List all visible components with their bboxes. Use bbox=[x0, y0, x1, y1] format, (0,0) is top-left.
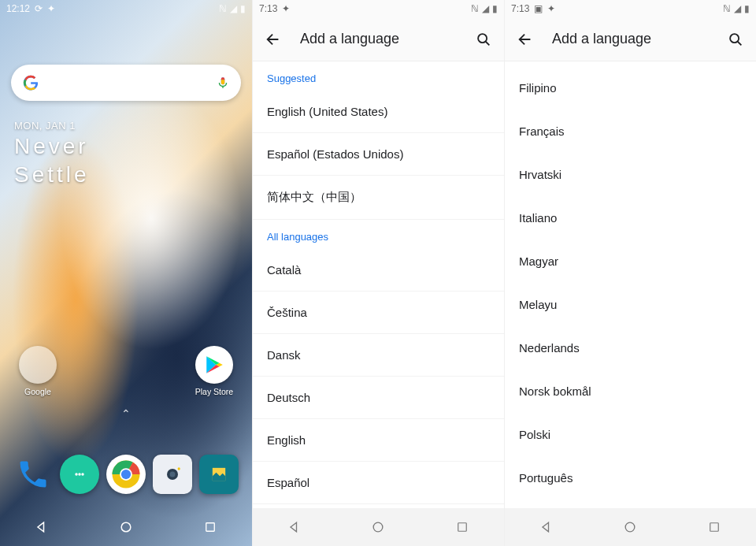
status-bar: 7:13 ✦ ℕ ◢ ▮ bbox=[253, 0, 504, 17]
battery-icon: ▮ bbox=[744, 3, 750, 14]
lang-item[interactable]: Magyar bbox=[505, 240, 756, 283]
folder-icon bbox=[19, 346, 57, 384]
battery-icon: ▮ bbox=[240, 3, 246, 14]
svg-point-8 bbox=[178, 467, 180, 470]
svg-point-0 bbox=[75, 473, 77, 475]
lang-item[interactable]: Nederlands bbox=[505, 326, 756, 370]
app-drawer-handle[interactable]: ⌃ bbox=[121, 407, 131, 420]
battery-icon: ▮ bbox=[492, 3, 498, 14]
search-button[interactable] bbox=[471, 27, 496, 52]
status-time: 7:13 bbox=[511, 3, 529, 14]
page-title: Add a language bbox=[552, 31, 709, 47]
home-screen-panel: 12:12 ⟳ ✦ ℕ ◢ ▮ MON, JAN 1 Never Settle … bbox=[0, 0, 252, 546]
lang-item[interactable]: Hrvatski bbox=[505, 153, 756, 196]
nav-recents[interactable] bbox=[706, 518, 723, 536]
lang-item[interactable]: Melayu bbox=[505, 283, 756, 326]
messages-app[interactable] bbox=[60, 455, 99, 494]
svg-point-13 bbox=[374, 522, 384, 532]
mic-icon[interactable] bbox=[216, 76, 230, 90]
lang-item[interactable]: Français bbox=[505, 110, 756, 153]
nav-back[interactable] bbox=[33, 518, 50, 536]
home-apps-row: Google Play Store bbox=[0, 346, 252, 396]
date-widget[interactable]: MON, JAN 1 Never Settle bbox=[14, 120, 238, 188]
app-bar: Add a language bbox=[253, 17, 504, 61]
dock bbox=[0, 455, 252, 508]
google-search-bar[interactable] bbox=[11, 65, 241, 101]
svg-point-5 bbox=[121, 470, 131, 479]
location-icon: ✦ bbox=[282, 3, 290, 14]
signal-icon: ◢ bbox=[482, 3, 489, 14]
add-language-panel-1: 7:13 ✦ ℕ ◢ ▮ Add a language Suggested En… bbox=[252, 0, 504, 546]
search-input[interactable] bbox=[49, 76, 216, 90]
section-suggested: Suggested bbox=[253, 61, 504, 91]
camera-app[interactable] bbox=[153, 455, 192, 494]
location-icon: ✦ bbox=[47, 3, 55, 14]
nav-bar bbox=[505, 508, 756, 546]
play-store-icon bbox=[195, 346, 233, 384]
section-all: All languages bbox=[253, 220, 504, 249]
date-text: MON, JAN 1 bbox=[14, 120, 238, 132]
screenshot-icon: ▣ bbox=[534, 3, 543, 14]
back-button[interactable] bbox=[513, 27, 538, 52]
nav-recents[interactable] bbox=[202, 518, 219, 536]
nav-back[interactable] bbox=[286, 518, 303, 536]
nav-bar bbox=[0, 508, 252, 546]
lang-item[interactable]: Deutsch bbox=[253, 377, 504, 419]
svg-point-2 bbox=[81, 473, 83, 475]
rotate-icon: ⟳ bbox=[35, 3, 43, 14]
lang-item[interactable]: Español (Estados Unidos) bbox=[253, 133, 504, 176]
language-list[interactable]: Filipino Français Hrvatski Italiano Magy… bbox=[505, 61, 756, 500]
lang-item[interactable]: Italiano bbox=[505, 196, 756, 240]
nav-home[interactable] bbox=[369, 518, 387, 536]
signal-icon: ◢ bbox=[230, 3, 237, 14]
lang-item[interactable]: Čeština bbox=[253, 292, 504, 334]
search-button[interactable] bbox=[723, 27, 748, 52]
lang-item[interactable]: Filipino bbox=[505, 66, 756, 110]
lang-item[interactable]: Dansk bbox=[253, 334, 504, 377]
status-bar: 7:13 ▣ ✦ ℕ ◢ ▮ bbox=[505, 0, 756, 17]
lang-item[interactable]: Português bbox=[505, 456, 756, 500]
nav-recents[interactable] bbox=[454, 518, 471, 536]
google-folder[interactable]: Google bbox=[14, 346, 61, 396]
nfc-icon: ℕ bbox=[219, 3, 227, 14]
status-bar: 12:12 ⟳ ✦ ℕ ◢ ▮ bbox=[0, 0, 252, 17]
page-title: Add a language bbox=[300, 31, 457, 47]
app-bar: Add a language bbox=[505, 17, 756, 61]
gallery-app[interactable] bbox=[199, 455, 239, 494]
chrome-app[interactable] bbox=[106, 455, 146, 494]
lang-item[interactable]: Español bbox=[253, 462, 504, 504]
lang-item[interactable]: Norsk bokmål bbox=[505, 370, 756, 413]
svg-rect-17 bbox=[710, 523, 719, 532]
svg-point-15 bbox=[730, 34, 739, 43]
lang-item[interactable]: Polski bbox=[505, 413, 756, 456]
add-language-panel-2: 7:13 ▣ ✦ ℕ ◢ ▮ Add a language Filipino F… bbox=[504, 0, 756, 546]
svg-point-1 bbox=[78, 473, 80, 475]
app-label: Play Store bbox=[195, 387, 233, 396]
language-list[interactable]: Suggested English (United States) Españo… bbox=[253, 61, 504, 504]
nav-bar bbox=[253, 508, 504, 546]
signal-icon: ◢ bbox=[734, 3, 741, 14]
location-icon: ✦ bbox=[547, 3, 555, 14]
lang-item[interactable]: 简体中文（中国） bbox=[253, 176, 504, 220]
lang-item[interactable]: English (United States) bbox=[253, 91, 504, 133]
back-button[interactable] bbox=[261, 27, 286, 52]
status-time: 7:13 bbox=[259, 3, 277, 14]
play-store-app[interactable]: Play Store bbox=[191, 346, 238, 396]
lang-item[interactable]: Català bbox=[253, 249, 504, 292]
lang-item[interactable]: English bbox=[253, 419, 504, 462]
nav-home[interactable] bbox=[117, 518, 135, 536]
svg-rect-11 bbox=[206, 523, 214, 532]
nfc-icon: ℕ bbox=[723, 3, 731, 14]
nav-back[interactable] bbox=[538, 518, 555, 536]
svg-point-7 bbox=[170, 472, 176, 477]
phone-app[interactable] bbox=[13, 455, 53, 494]
svg-point-10 bbox=[121, 522, 131, 532]
svg-point-16 bbox=[626, 522, 636, 532]
nav-home[interactable] bbox=[621, 518, 639, 536]
google-g-icon bbox=[22, 74, 39, 91]
nfc-icon: ℕ bbox=[471, 3, 479, 14]
svg-rect-14 bbox=[458, 523, 467, 532]
status-time: 12:12 bbox=[6, 3, 30, 14]
slogan-line2: Settle bbox=[14, 162, 238, 188]
slogan-line1: Never bbox=[14, 133, 238, 160]
